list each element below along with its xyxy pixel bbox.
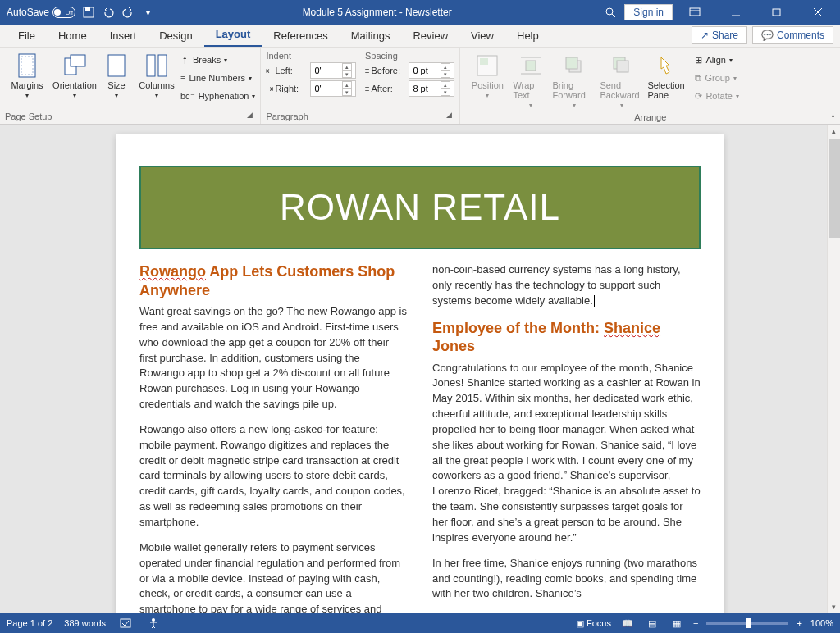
undo-icon[interactable] — [102, 6, 115, 19]
indent-left-icon: ⇤ — [266, 66, 273, 76]
scroll-up-icon[interactable]: ▴ — [828, 125, 840, 138]
document-body[interactable]: Rowango App Lets Customers Shop Anywhere… — [139, 262, 701, 613]
svg-point-27 — [152, 618, 155, 622]
tab-file[interactable]: File — [7, 25, 47, 47]
banner-title[interactable]: ROWAN RETAIL — [139, 166, 701, 249]
print-layout-icon[interactable]: ▤ — [644, 615, 660, 631]
zoom-in-button[interactable]: + — [797, 618, 801, 628]
read-mode-icon[interactable]: 📖 — [619, 615, 636, 631]
page-indicator[interactable]: Page 1 of 2 — [7, 618, 52, 628]
web-layout-icon[interactable]: ▦ — [669, 615, 685, 631]
save-icon[interactable] — [82, 6, 95, 19]
autosave-toggle[interactable]: AutoSave Off — [7, 7, 75, 18]
close-icon[interactable] — [799, 0, 837, 25]
wrap-text-button[interactable]: Wrap Text▾ — [513, 51, 549, 109]
document-title: Module 5 Assignment - Newsletter — [154, 7, 600, 18]
ribbon-display-icon[interactable] — [676, 0, 714, 25]
redo-icon[interactable] — [121, 6, 135, 19]
share-icon: ↗ — [701, 30, 709, 41]
size-icon — [103, 52, 130, 79]
paragraph-launcher-icon[interactable]: ◢ — [443, 111, 454, 122]
qat-customize-icon[interactable]: ▾ — [141, 6, 154, 19]
wrap-text-icon — [518, 52, 544, 79]
selection-pane-button[interactable]: Selection Pane — [647, 51, 692, 100]
zoom-slider[interactable] — [706, 622, 788, 625]
svg-rect-16 — [158, 55, 167, 76]
orientation-button[interactable]: Orientation▾ — [52, 51, 97, 99]
tab-review[interactable]: Review — [401, 25, 459, 47]
autosave-switch-icon: Off — [52, 7, 75, 18]
position-icon — [474, 52, 500, 79]
spelling-icon[interactable] — [117, 615, 134, 631]
hyphenation-button[interactable]: bc⁻Hyphenation ▾ — [180, 87, 255, 105]
ribbon: Margins▾ Orientation▾ Size▾ Columns▾ ⭱Br… — [0, 48, 840, 125]
position-button[interactable]: Position▾ — [465, 51, 509, 99]
page-setup-launcher-icon[interactable]: ◢ — [244, 111, 255, 122]
indent-right-input[interactable]: 0"▴▾ — [310, 80, 356, 97]
spacing-after-icon: ‡ — [364, 84, 369, 93]
svg-line-3 — [612, 14, 615, 17]
group-button[interactable]: ⧉Group ▾ — [695, 69, 738, 87]
page-setup-label: Page Setup — [5, 112, 52, 121]
align-button[interactable]: ⊞Align ▾ — [695, 51, 738, 69]
align-icon: ⊞ — [695, 55, 702, 66]
ribbon-tabs: File Home Insert Design Layout Reference… — [0, 25, 840, 48]
minimize-icon[interactable] — [717, 0, 755, 25]
svg-rect-18 — [480, 58, 488, 65]
bring-forward-button[interactable]: Bring Forward▾ — [552, 51, 596, 109]
maximize-icon[interactable] — [758, 0, 796, 25]
hyphenation-icon: bc⁻ — [180, 91, 195, 102]
breaks-button[interactable]: ⭱Breaks ▾ — [180, 51, 255, 69]
focus-mode-button[interactable]: ▣Focus — [576, 618, 611, 629]
sign-in-button[interactable]: Sign in — [624, 4, 673, 20]
headline-2: Employee of the Month: Shanice Jones — [432, 319, 701, 356]
indent-left-input[interactable]: 0"▴▾ — [310, 62, 356, 79]
tab-mailings[interactable]: Mailings — [340, 25, 402, 47]
columns-button[interactable]: Columns▾ — [136, 51, 177, 99]
comments-icon: 💬 — [761, 30, 774, 41]
group-icon: ⧉ — [695, 73, 701, 84]
zoom-out-button[interactable]: − — [693, 618, 698, 628]
tab-references[interactable]: References — [262, 25, 339, 47]
word-count[interactable]: 389 words — [64, 618, 106, 628]
columns-icon — [144, 52, 170, 79]
focus-icon: ▣ — [576, 618, 584, 629]
comments-button[interactable]: 💬Comments — [752, 26, 833, 44]
send-backward-icon — [609, 52, 635, 79]
selection-pane-icon — [656, 52, 682, 79]
search-icon[interactable] — [600, 2, 621, 23]
scroll-down-icon[interactable]: ▾ — [828, 600, 840, 613]
send-backward-button[interactable]: Send Backward▾ — [600, 51, 644, 109]
svg-rect-4 — [690, 8, 700, 16]
svg-rect-7 — [773, 9, 780, 16]
margins-button[interactable]: Margins▾ — [5, 51, 49, 99]
svg-rect-15 — [147, 55, 155, 76]
line-numbers-button[interactable]: ≡Line Numbers ▾ — [180, 69, 255, 87]
scroll-thumb[interactable] — [829, 139, 840, 238]
headline-1: Rowango App Lets Customers Shop Anywhere — [139, 262, 408, 299]
spacing-before-label: ‡Before: — [364, 66, 400, 75]
spacing-before-input[interactable]: 0 pt▴▾ — [409, 62, 454, 79]
tab-design[interactable]: Design — [148, 25, 203, 47]
tab-view[interactable]: View — [459, 25, 505, 47]
autosave-label: AutoSave — [7, 7, 49, 18]
group-arrange: Position▾ Wrap Text▾ Bring Forward▾ Send… — [460, 48, 840, 124]
svg-rect-25 — [617, 61, 628, 72]
svg-rect-14 — [108, 55, 125, 76]
share-button[interactable]: ↗Share — [692, 26, 747, 44]
size-button[interactable]: Size▾ — [100, 51, 133, 99]
tab-home[interactable]: Home — [47, 25, 98, 47]
vertical-scrollbar[interactable]: ▴ ▾ — [827, 125, 840, 613]
zoom-level[interactable]: 100% — [810, 618, 833, 628]
collapse-ribbon-icon[interactable]: ˄ — [831, 114, 835, 123]
spacing-after-input[interactable]: 8 pt▴▾ — [409, 80, 454, 97]
line-numbers-icon: ≡ — [180, 73, 185, 83]
tab-help[interactable]: Help — [505, 25, 550, 47]
spacing-before-icon: ‡ — [364, 66, 369, 75]
document-area[interactable]: ROWAN RETAIL Rowango App Lets Customers … — [0, 125, 840, 613]
tab-layout[interactable]: Layout — [204, 23, 262, 47]
orientation-icon — [62, 52, 88, 79]
accessibility-icon[interactable] — [145, 615, 162, 631]
rotate-button[interactable]: ⟳Rotate ▾ — [695, 87, 738, 105]
tab-insert[interactable]: Insert — [98, 25, 148, 47]
